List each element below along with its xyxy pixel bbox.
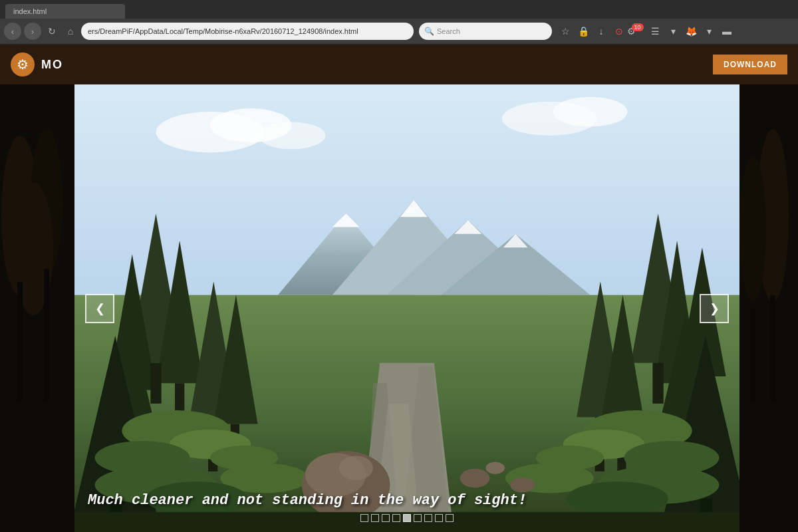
caption-text: Much cleaner and not standing in the way… xyxy=(88,492,527,509)
back-icon: ‹ xyxy=(11,27,14,37)
slide-scene-svg xyxy=(74,84,739,532)
reload-button[interactable]: ↻ xyxy=(44,23,60,39)
slider-prev-button[interactable]: ❮ xyxy=(85,294,114,323)
addon-button[interactable]: 🦊 xyxy=(683,23,699,39)
next-icon: ❯ xyxy=(710,301,720,316)
svg-point-16 xyxy=(258,122,326,149)
extra-button[interactable]: ▾ xyxy=(701,23,717,39)
app-logo-icon: ⚙ xyxy=(11,53,35,76)
slide-dot-9[interactable] xyxy=(446,514,454,522)
lock-button[interactable]: 🔒 xyxy=(575,23,591,39)
svg-rect-12 xyxy=(739,402,798,532)
slide-dot-5[interactable] xyxy=(403,514,411,522)
monitor-icon: ▬ xyxy=(722,26,732,37)
star-button[interactable]: ☆ xyxy=(557,23,573,39)
slide-dot-4[interactable] xyxy=(392,514,400,522)
side-panel-left xyxy=(0,84,74,532)
forward-button[interactable]: › xyxy=(24,23,41,40)
main-content: ⚙ MO DOWNLOAD xyxy=(0,45,798,532)
more-icon: ▾ xyxy=(671,26,676,37)
svg-rect-11 xyxy=(750,309,755,415)
extra-icon: ▾ xyxy=(707,26,712,37)
svg-rect-6 xyxy=(0,402,74,532)
app-download-button[interactable]: DOWNLOAD xyxy=(713,55,787,74)
slide-dot-1[interactable] xyxy=(360,514,368,522)
svg-rect-5 xyxy=(44,269,49,415)
slide-dots xyxy=(360,514,454,522)
forward-icon: › xyxy=(31,27,34,37)
back-button[interactable]: ‹ xyxy=(4,23,21,40)
lock-icon: 🔒 xyxy=(578,26,589,37)
side-panel-right xyxy=(739,84,798,532)
app-name: MO xyxy=(41,58,63,72)
gear-icon: ⚙ xyxy=(17,57,29,72)
svg-point-76 xyxy=(339,456,373,480)
extensions-button[interactable]: ⚙ 10 xyxy=(629,23,645,39)
more-button[interactable]: ▾ xyxy=(665,23,681,39)
address-text: ers/DreamPiF/AppData/Local/Temp/Mobirise… xyxy=(88,27,358,35)
svg-rect-31 xyxy=(150,363,161,404)
prev-icon: ❮ xyxy=(95,301,105,316)
svg-point-18 xyxy=(553,97,627,127)
download-icon: ↓ xyxy=(599,26,604,37)
notification-badge: 10 xyxy=(632,23,644,31)
slider-next-button[interactable]: ❯ xyxy=(700,294,729,323)
menu-icon: ☰ xyxy=(651,26,660,37)
boulder xyxy=(302,451,390,519)
svg-point-78 xyxy=(485,462,505,474)
browser-tabs: index.html xyxy=(0,0,798,19)
monitor-button[interactable]: ▬ xyxy=(719,23,735,39)
menu-button[interactable]: ☰ xyxy=(647,23,663,39)
slide-dot-8[interactable] xyxy=(435,514,443,522)
svg-point-9 xyxy=(739,156,766,302)
star-icon: ☆ xyxy=(561,26,570,37)
svg-rect-45 xyxy=(652,363,663,404)
search-placeholder: Search xyxy=(437,27,460,35)
slide-dot-3[interactable] xyxy=(382,514,390,522)
search-box[interactable]: 🔍 Search xyxy=(419,23,552,40)
reload-icon: ↻ xyxy=(48,26,56,37)
home-button[interactable]: ⌂ xyxy=(63,23,78,39)
tab-label: index.html xyxy=(13,7,47,15)
slide-dot-7[interactable] xyxy=(424,514,432,522)
svg-rect-10 xyxy=(770,295,775,415)
slide-dot-2[interactable] xyxy=(371,514,379,522)
opera-icon: ⊙ xyxy=(615,26,623,37)
app-header-right: DOWNLOAD xyxy=(713,55,787,74)
opera-button[interactable]: ⊙ xyxy=(611,23,627,39)
app-header: ⚙ MO DOWNLOAD xyxy=(0,45,798,84)
search-icon: 🔍 xyxy=(424,27,434,36)
address-bar[interactable]: ers/DreamPiF/AppData/Local/Temp/Mobirise… xyxy=(81,23,414,40)
slider-container: ❮ ❯ Much cleaner and not standing in the… xyxy=(74,84,739,532)
right-panel-svg xyxy=(739,84,798,532)
toolbar-icons: ☆ 🔒 ↓ ⊙ ⚙ 10 ☰ ▾ 🦊 xyxy=(557,23,735,39)
browser-chrome: index.html ‹ › ↻ ⌂ ers/DreamPiF/AppData/… xyxy=(0,0,798,45)
addon-icon: 🦊 xyxy=(686,26,697,37)
browser-tab[interactable]: index.html xyxy=(5,4,125,19)
home-icon: ⌂ xyxy=(68,26,73,37)
svg-point-77 xyxy=(460,469,490,488)
browser-toolbar: ‹ › ↻ ⌂ ers/DreamPiF/AppData/Local/Temp/… xyxy=(0,19,798,44)
left-panel-svg xyxy=(0,84,74,532)
download-toolbar-button[interactable]: ↓ xyxy=(593,23,609,39)
slide-dot-6[interactable] xyxy=(414,514,422,522)
svg-point-79 xyxy=(510,477,535,492)
slide-caption: Much cleaner and not standing in the way… xyxy=(74,492,739,509)
svg-rect-4 xyxy=(17,282,23,415)
